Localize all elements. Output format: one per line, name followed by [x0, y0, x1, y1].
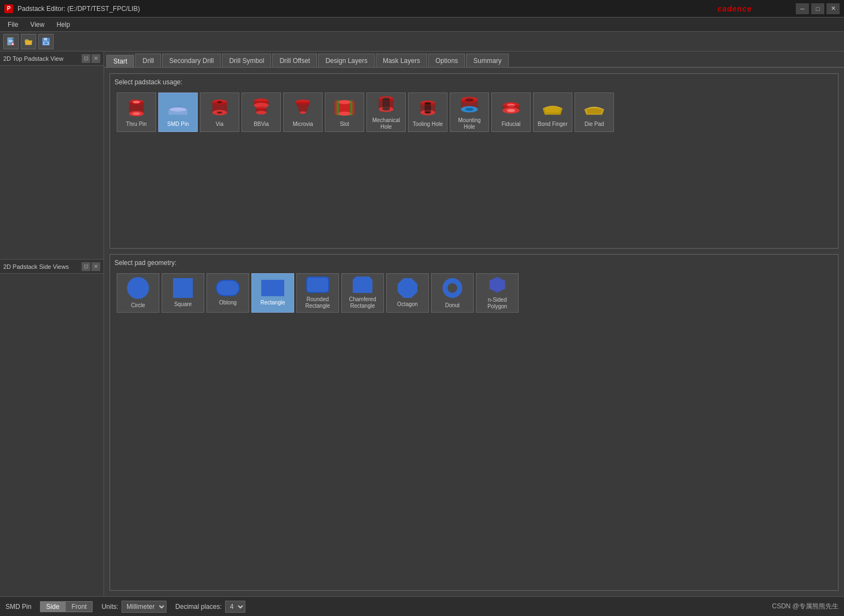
- title-bar-text: Padstack Editor: (E:/DPT/TEST_FPC/LIB): [18, 5, 140, 13]
- geometry-item-nsided-polygon[interactable]: n-Sided Polygon: [476, 273, 519, 313]
- circle-shape: [127, 277, 149, 299]
- svg-point-21: [217, 112, 222, 114]
- mounting-hole-icon: [457, 94, 481, 115]
- detach-top-view-button[interactable]: ⊡: [82, 54, 90, 63]
- window-controls: ─ □ ✕: [796, 3, 840, 14]
- tab-mask-layers[interactable]: Mask Layers: [376, 54, 427, 67]
- svg-point-29: [300, 111, 306, 114]
- svg-rect-10: [44, 42, 48, 44]
- save-button[interactable]: [38, 34, 54, 49]
- padstack-item-thru-pin[interactable]: Thru Pin: [117, 93, 156, 132]
- geometry-item-donut[interactable]: Donut: [431, 273, 474, 313]
- tab-drill[interactable]: Drill: [135, 54, 161, 67]
- via-label: Via: [216, 121, 223, 128]
- tab-options[interactable]: Options: [428, 54, 465, 67]
- svg-rect-39: [382, 99, 389, 109]
- decimal-select[interactable]: 1 2 3 4 5 6: [225, 601, 245, 613]
- via-icon: [208, 97, 232, 119]
- geometry-item-chamfered-rectangle[interactable]: Chamfered Rectangle: [341, 273, 384, 313]
- menu-file[interactable]: File: [2, 20, 24, 30]
- padstack-item-tooling-hole[interactable]: Tooling Hole: [408, 93, 447, 132]
- tab-design-layers[interactable]: Design Layers: [318, 54, 375, 67]
- top-padstack-view-panel: 2D Top Padstack View ⊡ ✕: [0, 51, 104, 260]
- svg-point-40: [382, 108, 389, 111]
- geometry-item-circle[interactable]: Circle: [117, 273, 159, 313]
- padstack-item-slot[interactable]: Slot: [325, 93, 364, 132]
- svg-point-33: [338, 100, 351, 105]
- app-icon: P: [4, 4, 13, 13]
- tabs-bar: Start Drill Secondary Drill Drill Symbol…: [104, 51, 844, 68]
- padstack-item-fiducial[interactable]: Fiducial: [491, 93, 531, 132]
- padstack-item-bbvia[interactable]: BBVia: [242, 93, 281, 132]
- svg-point-16: [170, 107, 187, 112]
- side-button[interactable]: Side: [40, 601, 65, 612]
- padstack-item-bond-finger[interactable]: Bond Finger: [533, 93, 572, 132]
- close-side-views-button[interactable]: ✕: [91, 262, 100, 271]
- svg-rect-46: [424, 103, 430, 112]
- padstack-item-smd-pin[interactable]: SMD Pin: [158, 93, 198, 132]
- chamfered-rectangle-label: Chamfered Rectangle: [344, 296, 381, 309]
- rectangle-label: Rectangle: [260, 300, 285, 306]
- bond-finger-label: Bond Finger: [538, 121, 567, 128]
- maximize-button[interactable]: □: [811, 3, 824, 14]
- front-button[interactable]: Front: [65, 601, 93, 612]
- geometry-item-oblong[interactable]: Oblong: [206, 273, 249, 313]
- svg-point-34: [338, 112, 351, 116]
- padstack-item-mounting-hole[interactable]: Mounting Hole: [450, 93, 489, 132]
- fiducial-label: Fiducial: [502, 121, 520, 128]
- tab-drill-symbol[interactable]: Drill Symbol: [222, 54, 271, 67]
- rounded-rect-shape: [306, 277, 329, 293]
- mechanical-hole-label: Mechanical Hole: [369, 117, 403, 130]
- mounting-hole-label: Mounting Hole: [452, 117, 486, 130]
- tooling-hole-icon: [416, 97, 440, 119]
- padstack-item-mechanical-hole[interactable]: Mechanical Hole: [366, 93, 406, 132]
- padstack-item-via[interactable]: Via: [200, 93, 239, 132]
- padstack-item-die-pad[interactable]: Die Pad: [575, 93, 614, 132]
- side-views-title: 2D Padstack Side Views: [3, 263, 69, 270]
- smd-pin-icon: [166, 97, 190, 119]
- rectangle-shape: [261, 280, 284, 296]
- svg-point-15: [133, 112, 140, 115]
- square-shape: [173, 278, 193, 298]
- nsided-polygon-label: n-Sided Polygon: [479, 297, 516, 310]
- tab-start[interactable]: Start: [106, 55, 134, 68]
- bond-finger-icon: [541, 97, 565, 119]
- donut-label: Donut: [445, 302, 460, 309]
- padstack-item-microvia[interactable]: Microvia: [283, 93, 323, 132]
- new-button[interactable]: [3, 34, 19, 49]
- svg-rect-8: [44, 38, 47, 41]
- square-label: Square: [174, 301, 192, 308]
- tab-drill-offset[interactable]: Drill Offset: [272, 54, 317, 67]
- bbvia-label: BBVia: [254, 121, 269, 128]
- menu-help[interactable]: Help: [51, 20, 76, 30]
- open-button[interactable]: [21, 34, 36, 49]
- title-bar-right: cadence ─ □ ✕: [717, 3, 840, 14]
- geometry-item-rounded-rectangle[interactable]: Rounded Rectangle: [296, 273, 339, 313]
- menu-view[interactable]: View: [25, 20, 50, 30]
- minimize-button[interactable]: ─: [796, 3, 809, 14]
- decimal-label: Decimal places:: [175, 603, 222, 611]
- geometry-item-rectangle[interactable]: Rectangle: [251, 273, 294, 313]
- svg-point-51: [465, 99, 473, 102]
- decimal-places-control: Decimal places: 1 2 3 4 5 6: [175, 601, 245, 613]
- die-pad-label: Die Pad: [584, 121, 604, 128]
- detach-side-views-button[interactable]: ⊡: [82, 262, 90, 271]
- content-area: Start Drill Secondary Drill Drill Symbol…: [104, 51, 844, 596]
- geometry-item-square[interactable]: Square: [162, 273, 204, 313]
- svg-point-56: [507, 109, 515, 112]
- octagon-shape: [398, 278, 417, 298]
- side-views-controls: ⊡ ✕: [82, 262, 100, 271]
- close-top-view-button[interactable]: ✕: [91, 54, 100, 63]
- units-select[interactable]: Millimeter Inch Mil: [122, 601, 166, 613]
- microvia-label: Microvia: [292, 121, 313, 128]
- tab-secondary-drill[interactable]: Secondary Drill: [162, 54, 221, 67]
- mechanical-hole-icon: [374, 94, 398, 115]
- oblong-shape: [216, 280, 240, 296]
- rounded-rectangle-label: Rounded Rectangle: [299, 296, 336, 309]
- menu-bar: File View Help: [0, 18, 844, 32]
- close-button[interactable]: ✕: [826, 3, 840, 14]
- microvia-icon: [291, 97, 315, 119]
- geometry-item-octagon[interactable]: Octagon: [386, 273, 429, 313]
- nsided-shape: [486, 276, 508, 293]
- tab-summary[interactable]: Summary: [466, 54, 508, 67]
